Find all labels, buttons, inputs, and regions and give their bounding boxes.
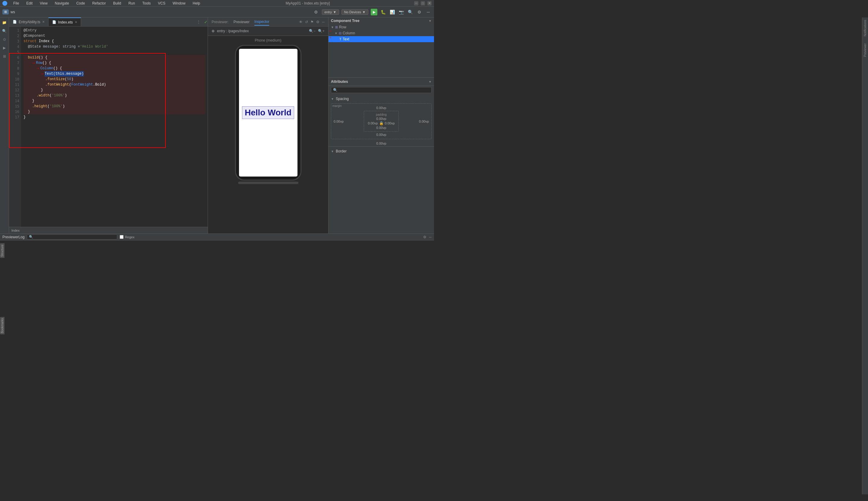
- search-toolbar-icon[interactable]: 🔍: [407, 9, 413, 15]
- tab-entryability-icon: 📄: [13, 20, 17, 24]
- code-line-4: @State message: string = 'Hello World': [23, 44, 205, 50]
- entry-label: entry: [325, 10, 332, 14]
- toolbar-minus-icon[interactable]: ─: [425, 9, 432, 15]
- log-header: PreviewerLog 🔍 Regex ⚙ ─: [0, 234, 434, 241]
- menu-refactor[interactable]: Refactor: [91, 1, 107, 6]
- editor-footer: Index: [9, 227, 208, 234]
- toolbar: ⊞ ws ⚙ entry ▼ No Devices ▼ ▶ 🐛 📊 📷 🔍 ⚙ …: [0, 7, 434, 18]
- menu-vcs[interactable]: VCS: [157, 1, 167, 6]
- attributes-collapse-icon[interactable]: ▼: [428, 80, 432, 84]
- tab-index[interactable]: 📄 Index.ets ✕: [49, 18, 81, 26]
- devices-dropdown[interactable]: No Devices ▼: [341, 9, 368, 15]
- lock-icon[interactable]: 🔒: [379, 121, 384, 125]
- menu-code[interactable]: Code: [75, 1, 86, 6]
- menu-tools[interactable]: Tools: [141, 1, 152, 6]
- code-decorator-component: @Component: [23, 33, 45, 39]
- previewer-scrollbar[interactable]: [238, 182, 298, 184]
- tab-entryability-close[interactable]: ✕: [42, 20, 45, 23]
- tree-item-text[interactable]: T Text: [329, 36, 434, 42]
- sidebar-run-debug-icon[interactable]: ▶: [1, 44, 9, 52]
- tree-row-icon: ⊞: [335, 25, 338, 29]
- menu-window[interactable]: Window: [171, 1, 187, 6]
- menu-navigate[interactable]: Navigate: [54, 1, 70, 6]
- sidebar-project-icon[interactable]: 📁: [1, 19, 9, 26]
- eye-icon[interactable]: 👁: [299, 20, 303, 24]
- code-content[interactable]: @Entry @Component struct Index { @State …: [21, 26, 208, 227]
- close-button[interactable]: ✕: [427, 1, 432, 6]
- run-button[interactable]: ▶: [371, 9, 377, 15]
- window-title: MyApp01 - Index.ets [entry]: [286, 1, 330, 6]
- previewer-tab-inspector[interactable]: Inspector: [254, 18, 269, 25]
- path-crosshair-icon[interactable]: ⊕: [212, 29, 214, 33]
- sidebar-git-icon[interactable]: ⊙: [1, 35, 9, 43]
- previewer-minus-icon[interactable]: ─: [322, 20, 325, 24]
- log-search[interactable]: 🔍: [27, 234, 117, 239]
- tab-index-close[interactable]: ✕: [75, 21, 77, 24]
- phone-frame: Hello World: [235, 45, 301, 180]
- tree-column-expand-icon: ▼: [335, 32, 338, 35]
- entry-dropdown[interactable]: entry ▼: [322, 9, 339, 15]
- log-title: PreviewerLog: [2, 235, 24, 239]
- window-controls: ─ □ ✕: [414, 1, 432, 6]
- border-header[interactable]: ▼ Border: [331, 148, 432, 154]
- sidebar-search-icon[interactable]: 🔍: [1, 27, 9, 35]
- tab-entryability-label: EntryAbility.ts: [19, 20, 40, 24]
- maximize-button[interactable]: □: [421, 1, 425, 6]
- editor-options-icon[interactable]: ⋮: [197, 20, 203, 24]
- log-regex[interactable]: Regex: [120, 235, 135, 239]
- code-line-10: .fontSize(50): [23, 76, 205, 82]
- sidebar-extensions-icon[interactable]: ⊞: [1, 52, 9, 60]
- component-tree-title: Component Tree: [331, 19, 360, 23]
- menu-help[interactable]: Help: [191, 1, 201, 6]
- tree-items-container: → ▼ ⊞ Row → ▼ ⊟ Column T Text: [329, 24, 434, 42]
- spacing-header[interactable]: ▼ Spacing: [331, 96, 432, 102]
- code-line-2: @Component: [23, 33, 205, 39]
- code-editor[interactable]: 1 2 3 4 5 6 7 8 9 10 11 12 13 14 15 16 1…: [9, 26, 208, 227]
- previewer-tab-previewer[interactable]: Previewer: [234, 19, 250, 25]
- zoom-out-icon[interactable]: 🔍−: [309, 29, 316, 33]
- margin-bottom-value: 0.00vp: [334, 133, 429, 137]
- log-minus-icon[interactable]: ─: [429, 235, 432, 239]
- component-tree-section: Component Tree ▼ → ▼ ⊞ Row → ▼ ⊟ Column: [329, 18, 434, 78]
- tree-item-column[interactable]: ▼ ⊟ Column: [329, 30, 434, 36]
- code-line-13: .width('100%'): [23, 93, 205, 98]
- previewer-settings-icon[interactable]: ⚙: [316, 20, 319, 24]
- code-line-3: struct Index {: [23, 39, 205, 44]
- flag-icon[interactable]: ⚑: [310, 20, 314, 24]
- regex-checkbox[interactable]: [120, 235, 124, 239]
- menu-bar: File Edit View Navigate Code Refactor Bu…: [0, 0, 434, 7]
- red-arrow-row: →: [32, 60, 35, 66]
- tree-item-row[interactable]: ▼ ⊞ Row: [329, 24, 434, 30]
- tab-entryability[interactable]: 📄 EntryAbility.ts ✕: [9, 18, 49, 26]
- attributes-search[interactable]: 🔍: [331, 87, 432, 93]
- menu-edit[interactable]: Edit: [25, 1, 34, 6]
- camera-icon[interactable]: 📷: [398, 9, 404, 15]
- log-search-input[interactable]: [34, 235, 115, 239]
- attributes-search-input[interactable]: [339, 88, 430, 92]
- menu-build[interactable]: Build: [112, 1, 123, 6]
- log-actions: ⚙ ─: [423, 235, 432, 239]
- regex-label: Regex: [125, 235, 135, 239]
- app-logo: [2, 1, 7, 6]
- zoom-in-icon[interactable]: 🔍+: [318, 29, 325, 33]
- previewer-colon-label: Previewer:: [212, 20, 229, 24]
- settings-icon[interactable]: ⚙: [313, 9, 319, 15]
- menu-file[interactable]: File: [12, 1, 20, 6]
- refresh-icon[interactable]: ↺: [305, 20, 308, 24]
- padding-left-value: 0.00vp: [368, 121, 378, 125]
- debug-icon[interactable]: 🐛: [380, 9, 387, 15]
- padding-top-value: 0.00vp: [376, 117, 386, 120]
- toolbar-left: ⊞ ws: [2, 9, 15, 14]
- profile-icon[interactable]: 📊: [389, 9, 395, 15]
- phone-label: Phone (medium): [255, 38, 282, 42]
- structure-tab[interactable]: Structure: [0, 243, 4, 250]
- menu-view[interactable]: View: [39, 1, 49, 6]
- component-tree-collapse-icon[interactable]: ▼: [428, 19, 432, 23]
- minimize-button[interactable]: ─: [414, 1, 418, 6]
- spacing-expand-icon: ▼: [331, 97, 334, 100]
- toolbar-settings-icon[interactable]: ⚙: [416, 9, 423, 15]
- code-line-9: →Text(this.message): [23, 71, 205, 76]
- log-settings-icon[interactable]: ⚙: [423, 235, 426, 239]
- menu-run[interactable]: Run: [127, 1, 136, 6]
- border-title: Border: [336, 149, 347, 153]
